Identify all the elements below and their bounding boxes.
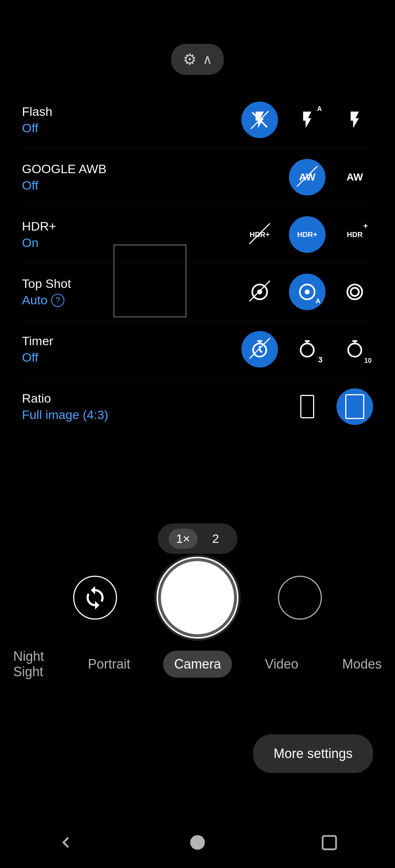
- more-settings-button[interactable]: More settings: [253, 734, 373, 773]
- svg-point-4: [305, 289, 310, 294]
- tab-modes[interactable]: Modes: [331, 651, 393, 678]
- awb-on-button[interactable]: AW: [336, 159, 373, 195]
- tab-video[interactable]: Video: [254, 651, 309, 678]
- hdr-setting-value: On: [22, 236, 56, 250]
- hdr-setting-name: HDR+: [22, 219, 56, 233]
- nav-bar: [0, 817, 395, 868]
- capture-button[interactable]: [161, 561, 234, 634]
- svg-point-6: [351, 288, 359, 296]
- top-shot-setting-name: Top Shot: [22, 277, 71, 291]
- gallery-button[interactable]: [278, 576, 322, 620]
- hdr-label-group: HDR+ On: [22, 219, 56, 250]
- flash-off-button[interactable]: [241, 102, 278, 138]
- tab-portrait[interactable]: Portrait: [77, 651, 141, 678]
- awb-icon-group: AW AW: [289, 159, 373, 195]
- flash-setting-name: Flash: [22, 104, 52, 119]
- ratio-label: Ratio Full image (4:3): [22, 391, 108, 422]
- ratio-16-9-button[interactable]: [289, 388, 326, 425]
- timer-3s-button[interactable]: 3: [289, 331, 326, 368]
- top-shot-auto-button[interactable]: A: [289, 274, 326, 310]
- hdr-off-button[interactable]: HDR+: [241, 216, 278, 253]
- flash-icon-group: A: [241, 102, 373, 138]
- google-awb-setting-row: GOOGLE AWB Off AW AW: [22, 149, 373, 206]
- svg-point-8: [301, 343, 314, 357]
- timer-10s-button[interactable]: 10: [336, 331, 373, 368]
- flash-setting-row: Flash Off A: [22, 91, 373, 149]
- flash-on-button[interactable]: [336, 102, 373, 138]
- settings-bar[interactable]: ⚙ ∧: [171, 44, 224, 75]
- tab-night-sight[interactable]: Night Sight: [2, 643, 55, 685]
- hdr-setting-row: HDR+ On HDR+ HDR+ HDR +: [22, 206, 373, 263]
- chevron-up-icon: ∧: [203, 52, 212, 67]
- awb-off-button[interactable]: AW: [289, 159, 326, 195]
- recent-apps-button[interactable]: [315, 828, 344, 857]
- timer-setting-row: Timer Off 3: [22, 321, 373, 378]
- zoom-2x-option[interactable]: 2: [205, 529, 226, 549]
- ratio-icon-group: [289, 388, 373, 425]
- viewfinder-circle-overlay: [113, 244, 187, 317]
- top-shot-label: Top Shot Auto ?: [22, 277, 71, 307]
- camera-controls: [0, 561, 395, 634]
- svg-rect-11: [323, 836, 336, 849]
- ratio-setting-name: Ratio: [22, 391, 108, 406]
- settings-panel: Flash Off A: [0, 84, 395, 442]
- timer-icon-group: 3 10: [241, 331, 373, 368]
- top-shot-value-group: Auto ?: [22, 293, 71, 307]
- top-shot-on-button[interactable]: [336, 274, 373, 310]
- flash-label: Flash Off: [22, 104, 52, 135]
- ratio-4-3-button[interactable]: [336, 388, 373, 425]
- flash-auto-button[interactable]: A: [289, 102, 326, 138]
- timer-off-button[interactable]: [241, 331, 278, 368]
- hdr-icon-group: HDR+ HDR+ HDR +: [241, 216, 373, 253]
- zoom-selector: 1× 2: [158, 524, 237, 554]
- back-button[interactable]: [51, 828, 80, 857]
- mode-tabs: Night Sight Portrait Camera Video Modes: [0, 636, 395, 693]
- top-shot-help-button[interactable]: ?: [51, 294, 64, 307]
- svg-point-5: [347, 285, 362, 300]
- zoom-1x-option[interactable]: 1×: [169, 529, 198, 549]
- google-awb-setting-value: Off: [22, 178, 106, 193]
- timer-setting-value: Off: [22, 350, 53, 365]
- top-shot-setting-value: Auto: [22, 293, 48, 307]
- flash-setting-value: Off: [22, 121, 52, 135]
- google-awb-label: GOOGLE AWB Off: [22, 162, 106, 193]
- timer-label: Timer Off: [22, 334, 53, 365]
- hdr-enhanced-button[interactable]: HDR +: [336, 216, 373, 253]
- ratio-setting-value: Full image (4:3): [22, 408, 108, 422]
- top-shot-off-button[interactable]: [241, 274, 278, 310]
- svg-point-10: [190, 835, 205, 850]
- ratio-setting-row: Ratio Full image (4:3): [22, 378, 373, 435]
- tab-camera[interactable]: Camera: [163, 651, 232, 678]
- top-shot-setting-row: Top Shot Auto ?: [22, 263, 373, 321]
- flip-camera-button[interactable]: [73, 576, 117, 620]
- top-shot-icon-group: A: [241, 274, 373, 310]
- hdr-on-button[interactable]: HDR+: [289, 216, 326, 253]
- home-button[interactable]: [183, 828, 212, 857]
- gear-icon: ⚙: [183, 50, 197, 68]
- google-awb-setting-name: GOOGLE AWB: [22, 162, 106, 176]
- timer-setting-name: Timer: [22, 334, 53, 348]
- svg-point-9: [348, 343, 361, 357]
